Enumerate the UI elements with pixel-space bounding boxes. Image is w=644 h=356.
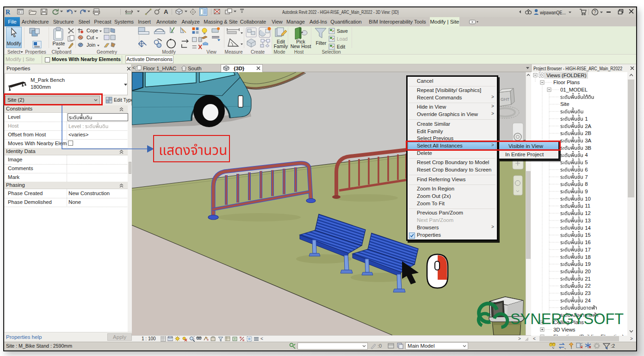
svg-text:5: 5 [585,160,588,165]
svg-text:Elevations (Building Elevation: Elevations (Building Elevation) [553,334,624,336]
svg-text:14: 14 [585,225,591,231]
svg-text:7: 7 [585,174,588,180]
svg-text:20: 20 [585,269,591,274]
svg-text:Site: Site [560,101,569,107]
svg-text:21: 21 [585,276,591,282]
svg-text:SYNERGYSOFT: SYNERGYSOFT [510,310,624,327]
svg-text:3A: 3A [585,138,591,143]
svg-text:9: 9 [585,189,588,194]
svg-text:3B: 3B [585,145,591,151]
svg-text:12: 12 [585,210,591,216]
svg-text:10: 10 [585,196,591,202]
svg-text:Views (FOLDER): Views (FOLDER) [546,73,587,78]
svg-text:22: 22 [585,283,591,288]
svg-text:17: 17 [585,247,591,252]
svg-text:8: 8 [585,181,588,187]
svg-text:18: 18 [585,254,591,260]
svg-text:Project Browser - HIGH-RISE_AR: Project Browser - HIGH-RISE_ARC_Main_R20… [533,66,622,71]
svg-text:2B: 2B [585,130,591,136]
svg-text:Autodesk Revit 2022 - HIGH-RIS: Autodesk Revit 2022 - HIGH-RISE_ARC_Main… [282,9,399,15]
svg-text:1: 1 [585,116,588,122]
svg-text:A: A [164,8,168,15]
svg-text:Site : M_Bike Stand : 2590mm: Site : M_Bike Stand : 2590mm [6,343,72,349]
svg-text:16: 16 [585,239,591,245]
svg-text:?: ? [594,10,596,15]
svg-text:2A: 2A [585,123,591,129]
svg-text:23: 23 [585,290,591,296]
svg-text:Join: Join [87,42,95,48]
svg-text:wipawanQE...: wipawanQE... [540,10,566,15]
svg-text:13: 13 [585,218,591,223]
svg-text:GHT: GHT [501,97,510,102]
svg-text:15: 15 [585,232,591,238]
svg-text:Cut: Cut [87,35,94,40]
svg-text:19: 19 [585,261,591,267]
svg-text:R: R [6,9,11,16]
svg-text:6: 6 [585,167,588,172]
svg-text:Level :: Level : [68,123,84,129]
svg-text:01_MODEL: 01_MODEL [560,87,588,92]
svg-text:Cope: Cope [87,28,98,33]
svg-text:Floor Plans: Floor Plans [553,80,580,85]
svg-text:4: 4 [585,152,588,158]
svg-text:11: 11 [585,203,590,209]
